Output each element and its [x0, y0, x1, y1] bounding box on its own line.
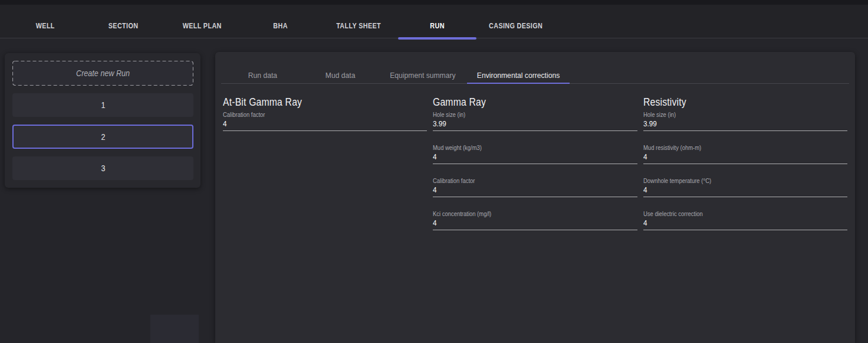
content-tab-equipment-summary[interactable]: Equipment summary [379, 52, 467, 84]
run-button-3[interactable]: 3 [12, 156, 193, 180]
label-text: SECTION [108, 5, 139, 47]
label-text: WELL PLAN [182, 5, 221, 47]
run-list-panel: Create new Run 123 [5, 53, 200, 188]
label-text: TALLY SHEET [337, 5, 382, 47]
label-text: Kci concentration (mg/l) [433, 210, 491, 217]
field-label: Mud resistivity (ohm-m) [643, 144, 847, 151]
input-field-hole-size-in-: Hole size (in)3.99 [433, 111, 637, 131]
label-text: RUN [430, 5, 444, 47]
label-text: Calibration factor [223, 111, 265, 118]
run-button-2[interactable]: 2 [12, 125, 193, 149]
section-title: Resistivity [643, 96, 847, 109]
label-text: 4 [433, 152, 437, 161]
field-label: Hole size (in) [643, 111, 847, 118]
label-text: At-Bit Gamma Ray [223, 96, 302, 109]
label-text: Hole size (in) [643, 111, 676, 118]
top-nav-tabs: WELLSECTIONWELL PLANBHATALLY SHEETRUNCAS… [6, 5, 868, 38]
field-label: Calibration factor [433, 177, 637, 184]
create-new-run-button[interactable]: Create new Run [12, 61, 193, 86]
label-text: 4 [643, 152, 647, 161]
content-tab-run-data[interactable]: Run data [236, 52, 289, 84]
input-field-downhole-temperature-c-: Downhole temperature (°C)4 [643, 177, 847, 197]
field-value[interactable]: 4 [643, 184, 847, 197]
label-text: 2 [101, 132, 105, 142]
field-label: Calibration factor [223, 111, 427, 118]
content-tab-environmental-corrections[interactable]: Environmental corrections [467, 52, 570, 84]
nav-tab-section[interactable]: SECTION [84, 5, 163, 38]
field-value[interactable]: 3.99 [433, 118, 637, 131]
field-value[interactable]: 3.99 [643, 118, 847, 131]
label-text: 4 [223, 119, 227, 128]
label-text: Use dielectric correction [643, 210, 703, 217]
label-text: WELL [35, 5, 54, 47]
label-text: 4 [643, 218, 647, 227]
input-field-calibration-factor: Calibration factor4 [433, 177, 637, 197]
input-field-mud-weight-kg-m3-: Mud weight (kg/m3)4 [433, 144, 637, 164]
field-value[interactable]: 4 [433, 184, 637, 197]
label-text: 4 [433, 218, 437, 227]
field-label: Downhole temperature (°C) [643, 177, 847, 184]
nav-tab-well[interactable]: WELL [6, 5, 84, 38]
field-label: Kci concentration (mg/l) [433, 210, 637, 217]
field-value[interactable]: 4 [433, 151, 637, 164]
run-detail-card: Run dataMud dataEquipment summaryEnviron… [215, 52, 855, 343]
run-button-1[interactable]: 1 [12, 93, 193, 117]
label-text: Run data [248, 52, 277, 99]
label-text: Environmental corrections [477, 52, 560, 99]
field-value[interactable]: 4 [643, 151, 847, 164]
label-text: 3.99 [643, 119, 657, 128]
input-field-hole-size-in-: Hole size (in)3.99 [643, 111, 847, 131]
label-text: Equipment summary [390, 52, 455, 99]
label-text: 4 [643, 185, 647, 194]
content-tab-mud-data[interactable]: Mud data [313, 52, 367, 84]
field-label: Use dielectric correction [643, 210, 847, 217]
nav-tab-well-plan[interactable]: WELL PLAN [163, 5, 241, 38]
nav-tab-casing-design[interactable]: CASING DESIGN [476, 5, 555, 38]
label-text: Calibration factor [433, 177, 475, 184]
label-text: Mud weight (kg/m3) [433, 144, 482, 151]
label-text: Resistivity [643, 96, 686, 109]
label-text: 3 [101, 164, 105, 173]
nav-tab-run[interactable]: RUN [398, 5, 476, 38]
top-strip [0, 0, 868, 5]
nav-tab-tally-sheet[interactable]: TALLY SHEET [320, 5, 398, 38]
field-value[interactable]: 4 [643, 217, 847, 230]
field-label: Hole size (in) [433, 111, 637, 118]
field-label: Mud weight (kg/m3) [433, 144, 637, 151]
section-gamma-ray: Gamma RayHole size (in)3.99Mud weight (k… [433, 96, 637, 243]
label-text: Hole size (in) [433, 111, 465, 118]
label-text: Downhole temperature (°C) [643, 177, 711, 184]
label-text: Mud data [326, 52, 356, 99]
label-text: 3.99 [433, 119, 446, 128]
label-text: 1 [101, 100, 105, 110]
run-detail-tabs: Run dataMud dataEquipment summaryEnviron… [215, 52, 855, 84]
section-at-bit-gamma-ray: At-Bit Gamma RayCalibration factor4 [223, 96, 427, 243]
section-resistivity: ResistivityHole size (in)3.99Mud resisti… [643, 96, 847, 243]
label-text: BHA [273, 5, 287, 47]
input-field-calibration-factor: Calibration factor4 [223, 111, 427, 131]
label-text: 4 [433, 185, 437, 194]
field-value[interactable]: 4 [223, 118, 427, 131]
label-text: Gamma Ray [433, 96, 486, 109]
label-text: Mud resistivity (ohm-m) [643, 144, 701, 151]
input-field-kci-concentration-mg-l-: Kci concentration (mg/l)4 [433, 210, 637, 230]
environmental-corrections-form: At-Bit Gamma RayCalibration factor4Gamma… [215, 84, 855, 243]
bottom-left-box [150, 315, 199, 343]
input-field-mud-resistivity-ohm-m-: Mud resistivity (ohm-m)4 [643, 144, 847, 164]
nav-tab-bha[interactable]: BHA [241, 5, 320, 38]
input-field-use-dielectric-correction: Use dielectric correction4 [643, 210, 847, 230]
top-navbar: WELLSECTIONWELL PLANBHATALLY SHEETRUNCAS… [0, 5, 868, 38]
label-text: CASING DESIGN [489, 5, 542, 47]
label-text: Create new Run [76, 68, 130, 78]
field-value[interactable]: 4 [433, 217, 637, 230]
